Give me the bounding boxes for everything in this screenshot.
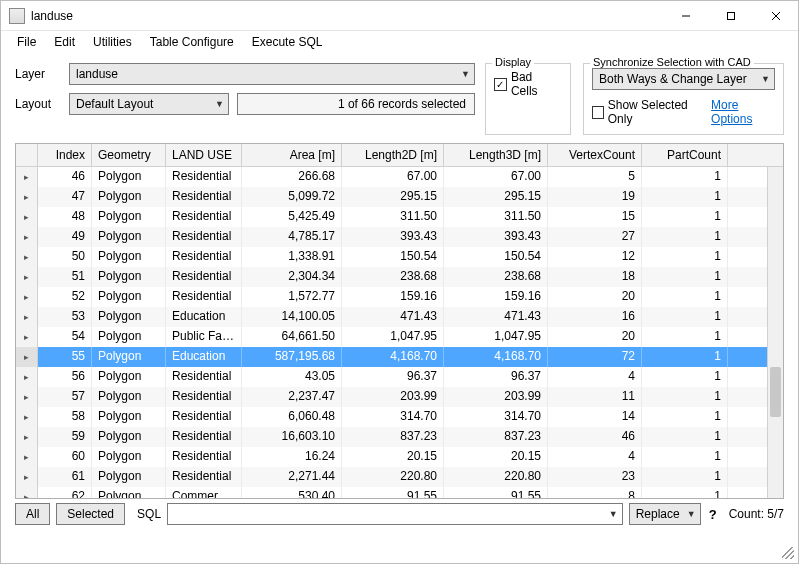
cell-landuse: Residential xyxy=(166,227,242,247)
row-handle[interactable]: ▸ xyxy=(16,267,38,287)
chevron-down-icon: ▼ xyxy=(687,509,696,519)
cell-index: 50 xyxy=(38,247,92,267)
cell-landuse: Residential xyxy=(166,407,242,427)
table-row[interactable]: ▸46PolygonResidential266.6867.0067.0051 xyxy=(16,167,783,187)
cell-len3d: 96.37 xyxy=(444,367,548,387)
col-landuse[interactable]: LAND USE xyxy=(166,144,242,166)
cell-index: 54 xyxy=(38,327,92,347)
row-handle[interactable]: ▸ xyxy=(16,387,38,407)
cell-area: 2,237.47 xyxy=(242,387,342,407)
cell-len2d: 1,047.95 xyxy=(342,327,444,347)
table-row[interactable]: ▸52PolygonResidential1,572.77159.16159.1… xyxy=(16,287,783,307)
col-len2d[interactable]: Length2D [m] xyxy=(342,144,444,166)
table-row[interactable]: ▸48PolygonResidential5,425.49311.50311.5… xyxy=(16,207,783,227)
minimize-button[interactable] xyxy=(663,1,708,30)
table-row[interactable]: ▸49PolygonResidential4,785.17393.43393.4… xyxy=(16,227,783,247)
menu-execute-sql[interactable]: Execute SQL xyxy=(244,33,331,51)
show-selected-only-checkbox[interactable]: Show Selected Only xyxy=(592,98,703,126)
all-button[interactable]: All xyxy=(15,503,50,525)
row-handle[interactable]: ▸ xyxy=(16,307,38,327)
table-row[interactable]: ▸55PolygonEducation587,195.684,168.704,1… xyxy=(16,347,783,367)
help-icon[interactable]: ? xyxy=(707,507,719,522)
row-handle[interactable]: ▸ xyxy=(16,167,38,187)
scrollbar-thumb[interactable] xyxy=(770,367,781,417)
row-handle[interactable]: ▸ xyxy=(16,367,38,387)
col-pcount[interactable]: PartCount xyxy=(642,144,728,166)
replace-combo[interactable]: Replace ▼ xyxy=(629,503,701,525)
table-row[interactable]: ▸59PolygonResidential16,603.10837.23837.… xyxy=(16,427,783,447)
table-row[interactable]: ▸58PolygonResidential6,060.48314.70314.7… xyxy=(16,407,783,427)
table-row[interactable]: ▸47PolygonResidential5,099.72295.15295.1… xyxy=(16,187,783,207)
table-row[interactable]: ▸54PolygonPublic Facilit...64,661.501,04… xyxy=(16,327,783,347)
cell-pcount: 1 xyxy=(642,347,728,367)
table-row[interactable]: ▸60PolygonResidential16.2420.1520.1541 xyxy=(16,447,783,467)
table-row[interactable]: ▸62PolygonCommercial530.4091.5591.5581 xyxy=(16,487,783,498)
table-row[interactable]: ▸56PolygonResidential43.0596.3796.3741 xyxy=(16,367,783,387)
row-handle[interactable]: ▸ xyxy=(16,227,38,247)
cell-index: 57 xyxy=(38,387,92,407)
app-window: landuse File Edit Utilities Table Config… xyxy=(0,0,799,564)
cell-landuse: Education xyxy=(166,347,242,367)
row-handle[interactable]: ▸ xyxy=(16,467,38,487)
vertical-scrollbar[interactable] xyxy=(767,167,783,498)
cell-index: 46 xyxy=(38,167,92,187)
sync-legend: Synchronize Selection with CAD xyxy=(590,56,754,68)
menu-utilities[interactable]: Utilities xyxy=(85,33,140,51)
row-handle[interactable]: ▸ xyxy=(16,187,38,207)
col-geometry[interactable]: Geometry xyxy=(92,144,166,166)
cell-len2d: 20.15 xyxy=(342,447,444,467)
table-row[interactable]: ▸50PolygonResidential1,338.91150.54150.5… xyxy=(16,247,783,267)
cell-geometry: Polygon xyxy=(92,287,166,307)
cell-len2d: 4,168.70 xyxy=(342,347,444,367)
layout-combo[interactable]: Default Layout ▼ xyxy=(69,93,229,115)
table-row[interactable]: ▸51PolygonResidential2,304.34238.68238.6… xyxy=(16,267,783,287)
row-handle[interactable]: ▸ xyxy=(16,247,38,267)
cell-len3d: 4,168.70 xyxy=(444,347,548,367)
row-handle[interactable]: ▸ xyxy=(16,287,38,307)
row-handle[interactable]: ▸ xyxy=(16,407,38,427)
cell-len3d: 837.23 xyxy=(444,427,548,447)
selected-button[interactable]: Selected xyxy=(56,503,125,525)
cell-len2d: 314.70 xyxy=(342,407,444,427)
cell-len2d: 311.50 xyxy=(342,207,444,227)
menu-edit[interactable]: Edit xyxy=(46,33,83,51)
cell-vcount: 20 xyxy=(548,327,642,347)
chevron-down-icon: ▼ xyxy=(609,509,618,519)
more-options-link[interactable]: More Options xyxy=(711,98,775,126)
menu-file[interactable]: File xyxy=(9,33,44,51)
cell-pcount: 1 xyxy=(642,207,728,227)
close-button[interactable] xyxy=(753,1,798,30)
cell-index: 51 xyxy=(38,267,92,287)
col-vcount[interactable]: VertexCount xyxy=(548,144,642,166)
cell-len3d: 67.00 xyxy=(444,167,548,187)
row-handle[interactable]: ▸ xyxy=(16,207,38,227)
cell-area: 1,572.77 xyxy=(242,287,342,307)
cell-pcount: 1 xyxy=(642,487,728,498)
table-row[interactable]: ▸57PolygonResidential2,237.47203.99203.9… xyxy=(16,387,783,407)
row-handle[interactable]: ▸ xyxy=(16,327,38,347)
menu-table-configure[interactable]: Table Configure xyxy=(142,33,242,51)
cell-landuse: Residential xyxy=(166,267,242,287)
col-area[interactable]: Area [m] xyxy=(242,144,342,166)
cell-vcount: 15 xyxy=(548,207,642,227)
row-handle[interactable]: ▸ xyxy=(16,447,38,467)
cell-geometry: Polygon xyxy=(92,407,166,427)
row-handle[interactable]: ▸ xyxy=(16,347,38,367)
cell-area: 266.68 xyxy=(242,167,342,187)
layer-combo[interactable]: landuse ▼ xyxy=(69,63,475,85)
table-row[interactable]: ▸61PolygonResidential2,271.44220.80220.8… xyxy=(16,467,783,487)
maximize-button[interactable] xyxy=(708,1,753,30)
sync-combo[interactable]: Both Ways & Change Layer ▼ xyxy=(592,68,775,90)
cell-geometry: Polygon xyxy=(92,247,166,267)
sql-input[interactable]: ▼ xyxy=(167,503,623,525)
cell-pcount: 1 xyxy=(642,187,728,207)
cell-pcount: 1 xyxy=(642,247,728,267)
bad-cells-checkbox[interactable]: ✓ Bad Cells xyxy=(494,70,562,98)
col-index[interactable]: Index xyxy=(38,144,92,166)
col-len3d[interactable]: Length3D [m] xyxy=(444,144,548,166)
table-row[interactable]: ▸53PolygonEducation14,100.05471.43471.43… xyxy=(16,307,783,327)
row-handle[interactable]: ▸ xyxy=(16,487,38,498)
cell-area: 14,100.05 xyxy=(242,307,342,327)
resize-grip-icon[interactable] xyxy=(782,547,794,559)
row-handle[interactable]: ▸ xyxy=(16,427,38,447)
